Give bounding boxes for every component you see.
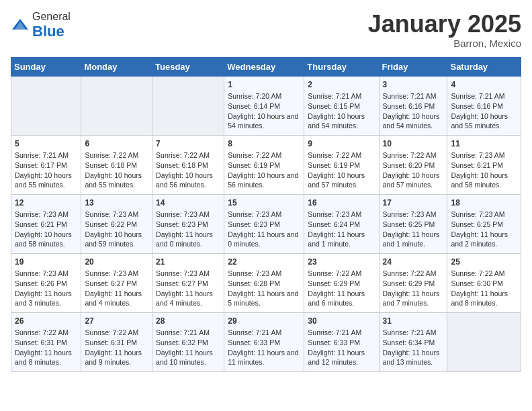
calendar-body: 1Sunrise: 7:20 AMSunset: 6:14 PMDaylight…	[11, 76, 521, 371]
day-number: 24	[383, 257, 444, 268]
day-number: 14	[156, 197, 220, 209]
calendar-cell: 23Sunrise: 7:22 AMSunset: 6:29 PMDayligh…	[304, 253, 379, 312]
cell-info: Sunrise: 7:23 AMSunset: 6:23 PMDaylight:…	[156, 210, 220, 249]
day-number: 19	[15, 257, 77, 268]
cell-info: Sunrise: 7:22 AMSunset: 6:19 PMDaylight:…	[308, 150, 375, 190]
day-number: 25	[451, 257, 517, 268]
page-header: General Blue January 2025 Barron, Mexico	[11, 11, 521, 49]
day-number: 27	[85, 316, 148, 327]
day-number: 26	[15, 316, 77, 327]
location: Barron, Mexico	[368, 38, 521, 49]
calendar-cell: 27Sunrise: 7:22 AMSunset: 6:31 PMDayligh…	[81, 312, 152, 371]
calendar-cell: 9Sunrise: 7:22 AMSunset: 6:19 PMDaylight…	[304, 135, 379, 194]
cell-info: Sunrise: 7:21 AMSunset: 6:17 PMDaylight:…	[15, 150, 77, 190]
day-number: 16	[308, 197, 375, 209]
logo-icon	[11, 16, 30, 35]
calendar-cell: 28Sunrise: 7:21 AMSunset: 6:32 PMDayligh…	[152, 312, 224, 371]
calendar-cell: 6Sunrise: 7:22 AMSunset: 6:18 PMDaylight…	[81, 135, 152, 194]
cell-info: Sunrise: 7:23 AMSunset: 6:21 PMDaylight:…	[15, 210, 77, 249]
day-number: 7	[156, 138, 220, 150]
header-day-friday: Friday	[379, 57, 447, 76]
header-day-wednesday: Wednesday	[224, 57, 304, 76]
logo-blue-text: Blue	[32, 23, 64, 40]
calendar-cell: 31Sunrise: 7:21 AMSunset: 6:34 PMDayligh…	[379, 312, 447, 371]
calendar-cell: 1Sunrise: 7:20 AMSunset: 6:14 PMDaylight…	[224, 76, 304, 135]
calendar-cell: 10Sunrise: 7:22 AMSunset: 6:20 PMDayligh…	[379, 135, 447, 194]
day-number: 4	[451, 79, 517, 91]
calendar-cell: 19Sunrise: 7:23 AMSunset: 6:26 PMDayligh…	[11, 253, 81, 312]
calendar-week-row: 26Sunrise: 7:22 AMSunset: 6:31 PMDayligh…	[11, 312, 521, 371]
calendar-cell: 8Sunrise: 7:22 AMSunset: 6:19 PMDaylight…	[224, 135, 304, 194]
header-day-thursday: Thursday	[304, 57, 379, 76]
calendar-cell: 25Sunrise: 7:22 AMSunset: 6:30 PMDayligh…	[447, 253, 521, 312]
cell-info: Sunrise: 7:21 AMSunset: 6:33 PMDaylight:…	[308, 328, 375, 367]
cell-info: Sunrise: 7:21 AMSunset: 6:33 PMDaylight:…	[228, 328, 300, 367]
day-number: 23	[308, 257, 375, 268]
cell-info: Sunrise: 7:22 AMSunset: 6:29 PMDaylight:…	[383, 269, 444, 308]
calendar-week-row: 12Sunrise: 7:23 AMSunset: 6:21 PMDayligh…	[11, 194, 521, 253]
calendar-cell: 24Sunrise: 7:22 AMSunset: 6:29 PMDayligh…	[379, 253, 447, 312]
day-number: 30	[308, 316, 375, 327]
cell-info: Sunrise: 7:22 AMSunset: 6:20 PMDaylight:…	[383, 150, 444, 190]
day-number: 5	[15, 138, 77, 150]
calendar-cell: 4Sunrise: 7:21 AMSunset: 6:16 PMDaylight…	[447, 76, 521, 135]
calendar-header-row: SundayMondayTuesdayWednesdayThursdayFrid…	[11, 57, 521, 76]
day-number: 3	[383, 79, 444, 91]
day-number: 18	[451, 197, 517, 209]
day-number: 15	[228, 197, 300, 209]
cell-info: Sunrise: 7:20 AMSunset: 6:14 PMDaylight:…	[228, 91, 300, 131]
logo-general-text: General	[32, 11, 71, 22]
calendar-cell	[152, 76, 224, 135]
header-day-tuesday: Tuesday	[152, 57, 224, 76]
cell-info: Sunrise: 7:21 AMSunset: 6:32 PMDaylight:…	[156, 328, 220, 367]
calendar-cell: 7Sunrise: 7:22 AMSunset: 6:18 PMDaylight…	[152, 135, 224, 194]
cell-info: Sunrise: 7:23 AMSunset: 6:22 PMDaylight:…	[85, 210, 148, 249]
day-number: 8	[228, 138, 300, 150]
calendar-cell: 3Sunrise: 7:21 AMSunset: 6:16 PMDaylight…	[379, 76, 447, 135]
calendar-cell: 20Sunrise: 7:23 AMSunset: 6:27 PMDayligh…	[81, 253, 152, 312]
day-number: 29	[228, 316, 300, 327]
day-number: 17	[383, 197, 444, 209]
header-day-monday: Monday	[81, 57, 152, 76]
cell-info: Sunrise: 7:23 AMSunset: 6:26 PMDaylight:…	[15, 269, 77, 308]
day-number: 11	[451, 138, 517, 150]
day-number: 21	[156, 257, 220, 268]
cell-info: Sunrise: 7:23 AMSunset: 6:25 PMDaylight:…	[451, 210, 517, 249]
day-number: 2	[308, 79, 375, 91]
calendar-cell: 15Sunrise: 7:23 AMSunset: 6:23 PMDayligh…	[224, 194, 304, 253]
calendar-cell	[11, 76, 81, 135]
calendar-week-row: 5Sunrise: 7:21 AMSunset: 6:17 PMDaylight…	[11, 135, 521, 194]
header-day-sunday: Sunday	[11, 57, 81, 76]
calendar-cell: 16Sunrise: 7:23 AMSunset: 6:24 PMDayligh…	[304, 194, 379, 253]
cell-info: Sunrise: 7:22 AMSunset: 6:29 PMDaylight:…	[308, 269, 375, 308]
day-number: 28	[156, 316, 220, 327]
cell-info: Sunrise: 7:22 AMSunset: 6:31 PMDaylight:…	[85, 328, 148, 367]
calendar-week-row: 19Sunrise: 7:23 AMSunset: 6:26 PMDayligh…	[11, 253, 521, 312]
cell-info: Sunrise: 7:21 AMSunset: 6:34 PMDaylight:…	[383, 328, 444, 367]
cell-info: Sunrise: 7:22 AMSunset: 6:18 PMDaylight:…	[85, 150, 148, 190]
calendar-cell: 26Sunrise: 7:22 AMSunset: 6:31 PMDayligh…	[11, 312, 81, 371]
calendar-cell: 13Sunrise: 7:23 AMSunset: 6:22 PMDayligh…	[81, 194, 152, 253]
cell-info: Sunrise: 7:23 AMSunset: 6:28 PMDaylight:…	[228, 269, 300, 308]
calendar-cell: 18Sunrise: 7:23 AMSunset: 6:25 PMDayligh…	[447, 194, 521, 253]
calendar-cell: 12Sunrise: 7:23 AMSunset: 6:21 PMDayligh…	[11, 194, 81, 253]
calendar-cell: 5Sunrise: 7:21 AMSunset: 6:17 PMDaylight…	[11, 135, 81, 194]
cell-info: Sunrise: 7:23 AMSunset: 6:27 PMDaylight:…	[156, 269, 220, 308]
calendar-cell: 22Sunrise: 7:23 AMSunset: 6:28 PMDayligh…	[224, 253, 304, 312]
cell-info: Sunrise: 7:22 AMSunset: 6:31 PMDaylight:…	[15, 328, 77, 367]
cell-info: Sunrise: 7:22 AMSunset: 6:19 PMDaylight:…	[228, 150, 300, 190]
cell-info: Sunrise: 7:22 AMSunset: 6:18 PMDaylight:…	[156, 150, 220, 190]
cell-info: Sunrise: 7:23 AMSunset: 6:23 PMDaylight:…	[228, 210, 300, 249]
day-number: 6	[85, 138, 148, 150]
day-number: 10	[383, 138, 444, 150]
cell-info: Sunrise: 7:22 AMSunset: 6:30 PMDaylight:…	[451, 269, 517, 308]
day-number: 31	[383, 316, 444, 327]
calendar-cell	[81, 76, 152, 135]
day-number: 12	[15, 197, 77, 209]
calendar-cell: 29Sunrise: 7:21 AMSunset: 6:33 PMDayligh…	[224, 312, 304, 371]
day-number: 20	[85, 257, 148, 268]
calendar-cell: 11Sunrise: 7:23 AMSunset: 6:21 PMDayligh…	[447, 135, 521, 194]
header-day-saturday: Saturday	[447, 57, 521, 76]
calendar-cell: 30Sunrise: 7:21 AMSunset: 6:33 PMDayligh…	[304, 312, 379, 371]
cell-info: Sunrise: 7:23 AMSunset: 6:24 PMDaylight:…	[308, 210, 375, 249]
